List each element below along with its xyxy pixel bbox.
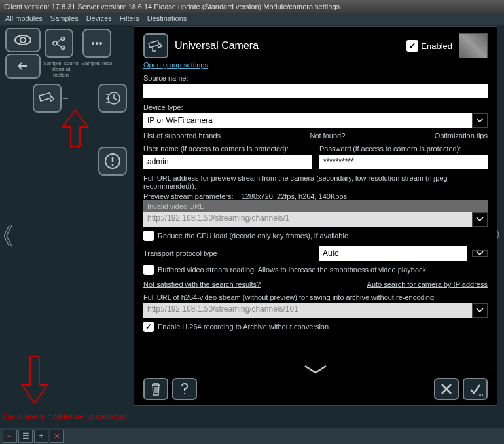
red-arrow-down (20, 354, 50, 406)
chevron-left-icon (4, 224, 14, 248)
password-input[interactable] (319, 155, 488, 169)
delete-button[interactable] (143, 378, 168, 400)
eye-icon (13, 32, 33, 48)
menu-destinations[interactable]: Destinations (147, 14, 187, 24)
chevron-down-icon (476, 118, 484, 123)
dialog-camera-icon (143, 33, 168, 58)
transport-select[interactable] (319, 246, 467, 261)
source-name-label: Source name: (143, 74, 488, 82)
checkbox-icon (143, 231, 154, 241)
source-name-input[interactable] (143, 84, 488, 98)
camera-icon (147, 39, 164, 52)
title-text: Client version: 17.8.31 Server version: … (4, 3, 340, 10)
module-network-icon[interactable] (45, 29, 73, 58)
open-group-settings-link[interactable]: Open group settings (143, 61, 208, 69)
title-bar: Client version: 17.8.31 Server version: … (0, 0, 504, 13)
menu-all-modules[interactable]: All modules (5, 14, 43, 24)
chevron-down-icon (476, 217, 484, 222)
device-type-select[interactable] (143, 113, 472, 128)
red-arrow-up (60, 109, 90, 155)
side-timer-module[interactable] (97, 83, 128, 114)
help-button[interactable] (172, 378, 197, 400)
transport-dropdown[interactable] (472, 250, 488, 257)
chevron-down-icon (476, 308, 484, 313)
left-chevron[interactable] (3, 223, 16, 249)
preview-url-input[interactable]: http://192.168.1.50/streaming/channels/1 (143, 212, 472, 227)
menu-samples[interactable]: Samples (50, 14, 79, 24)
preview-thumbnail[interactable] (459, 33, 488, 58)
trash-icon (149, 382, 163, 396)
invalid-url-error: Invalid video URL (143, 200, 488, 212)
network-icon (50, 34, 68, 52)
side-alert-module[interactable] (97, 145, 128, 177)
svg-point-5 (92, 42, 94, 45)
chevron-down-icon (476, 251, 484, 256)
transport-label: Transport protocol type (143, 250, 314, 257)
bottom-close-button[interactable]: ✕ (50, 430, 64, 443)
username-label: User name (if access to camera is protec… (143, 145, 312, 153)
cancel-button[interactable] (434, 378, 459, 400)
h264-url-input[interactable]: http://192.168.1.50/streaming/channels/1… (143, 303, 472, 318)
svg-point-3 (62, 37, 65, 41)
dots-icon (88, 34, 106, 52)
not-found-link[interactable]: Not found? (310, 132, 345, 139)
ok-label: ok (479, 392, 484, 397)
preview-params-label: Preview stream parameters: (143, 193, 234, 200)
svg-point-2 (53, 41, 57, 45)
buffered-checkbox[interactable]: Buffered video stream reading. Allows to… (143, 265, 488, 275)
h264-url-dropdown[interactable] (472, 303, 488, 318)
username-input[interactable] (143, 155, 312, 169)
enable-h264-checkbox[interactable]: ✓ Enable H.264 recording to Archive with… (143, 322, 488, 332)
expand-down-button[interactable] (302, 365, 329, 375)
checkbox-icon (143, 265, 154, 275)
menu-devices[interactable]: Devices (86, 14, 112, 24)
device-type-dropdown[interactable] (472, 113, 488, 128)
chevron-down-wide-icon (302, 365, 329, 374)
exclamation-icon (103, 152, 122, 170)
enabled-checkbox[interactable]: ✓ Enabled (406, 40, 452, 52)
buffered-label: Buffered video stream reading. Allows to… (158, 266, 428, 274)
reduce-cpu-label: Reduce the CPU load (decode only key fra… (158, 232, 348, 240)
preview-url-dropdown[interactable] (472, 212, 488, 227)
svg-point-6 (96, 42, 98, 45)
password-label: Password (if access to camera is protect… (319, 145, 488, 153)
bottom-add-button[interactable]: + (34, 430, 48, 443)
question-icon (177, 382, 192, 396)
check-icon: ✓ (406, 40, 418, 52)
svg-point-4 (62, 46, 65, 50)
auto-search-link[interactable]: Auto search for camera by IP address (367, 280, 488, 288)
close-icon (439, 382, 454, 396)
svg-point-7 (99, 42, 102, 45)
supported-brands-link[interactable]: List of supported brands (143, 132, 221, 139)
optimization-tips-link[interactable]: Optimization tips (435, 132, 488, 139)
svg-point-1 (20, 37, 26, 43)
menu-filters[interactable]: Filters (120, 14, 139, 24)
ok-button[interactable]: ok (463, 378, 488, 400)
preview-params-value: 1280x720, 22fps, h264, 140Kbps (242, 193, 347, 200)
camera-icon (38, 92, 56, 105)
dialog-title: Universal Camera (175, 40, 400, 52)
camera-settings-dialog: Universal Camera ✓ Enabled Open group se… (134, 26, 497, 406)
module-dots-icon[interactable] (82, 29, 111, 58)
device-type-label: Device type: (143, 103, 488, 111)
reduce-cpu-checkbox[interactable]: Reduce the CPU load (decode only key fra… (143, 231, 488, 241)
module-error-text: One or several modules are not connected (3, 413, 126, 420)
toolbar-label-2: Sample: reco (81, 60, 113, 66)
fullurl-label: Full URL address for preview stream from… (143, 174, 488, 190)
menu-bar: All modules Samples Devices Filters Dest… (0, 13, 504, 25)
not-satisfied-link[interactable]: Not satisfied with the search results? (143, 280, 261, 288)
bottom-bar: ← ☰ + ✕ (0, 428, 504, 444)
bottom-back-button[interactable]: ← (3, 430, 17, 443)
enabled-label: Enabled (421, 41, 452, 51)
bottom-list-button[interactable]: ☰ (18, 430, 33, 443)
h264-url-label: Full URL of h264-video stream (without p… (143, 293, 488, 301)
check-icon: ✓ (143, 322, 154, 332)
clock-icon (103, 89, 122, 107)
eye-button[interactable] (5, 28, 41, 52)
enable-h264-label: Enable H.264 recording to Archive withou… (158, 323, 329, 331)
